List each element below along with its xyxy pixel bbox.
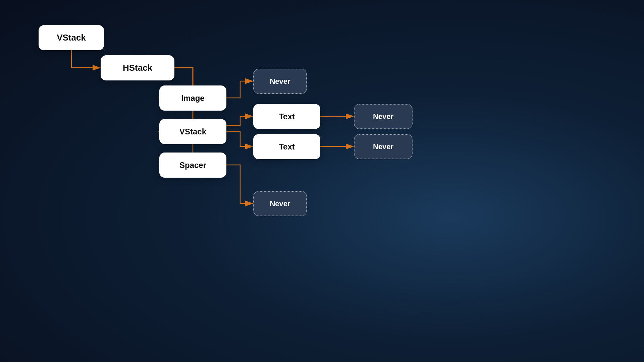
text1-node: Text <box>253 104 320 129</box>
text1-label: Text <box>279 112 295 121</box>
image-node: Image <box>159 85 226 111</box>
never-image-label: Never <box>270 77 290 86</box>
hstack-node: HStack <box>101 55 174 80</box>
never-image-node: Never <box>253 69 307 94</box>
never-spacer-node: Never <box>253 191 307 216</box>
vstack-main-node: VStack <box>39 25 104 50</box>
vstack-child-node: VStack <box>159 119 226 144</box>
never-text2-node: Never <box>354 134 413 159</box>
spacer-node: Spacer <box>159 153 226 178</box>
spacer-label: Spacer <box>179 161 206 170</box>
vstack-child-label: VStack <box>179 127 206 136</box>
image-label: Image <box>181 94 204 103</box>
vstack-main-label: VStack <box>57 33 86 43</box>
never-text1-label: Never <box>373 112 393 121</box>
hstack-label: HStack <box>123 63 152 73</box>
never-spacer-label: Never <box>270 199 290 208</box>
never-text2-label: Never <box>373 142 393 151</box>
text2-node: Text <box>253 134 320 159</box>
never-text1-node: Never <box>354 104 413 129</box>
text2-label: Text <box>279 142 295 152</box>
